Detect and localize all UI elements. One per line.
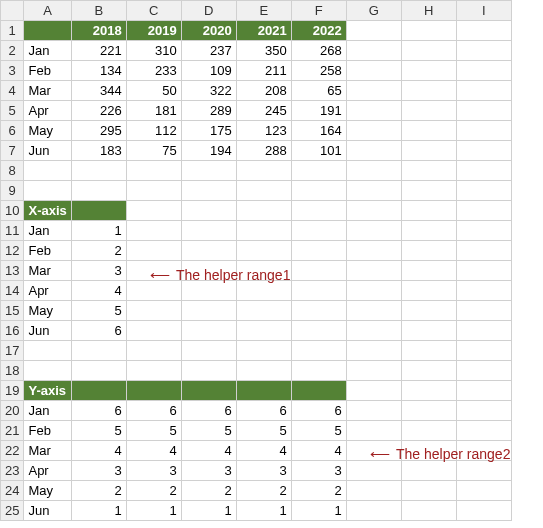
row-header[interactable]: 7 xyxy=(1,141,24,161)
cell[interactable]: 191 xyxy=(291,101,346,121)
cell[interactable]: Jun xyxy=(24,501,71,521)
cell[interactable] xyxy=(456,221,511,241)
cell[interactable] xyxy=(291,361,346,381)
cell[interactable] xyxy=(291,341,346,361)
row-23[interactable]: 23Apr33333 xyxy=(1,461,512,481)
cell[interactable] xyxy=(126,381,181,401)
row-header[interactable]: 25 xyxy=(1,501,24,521)
cell[interactable] xyxy=(346,461,401,481)
cell[interactable]: 211 xyxy=(236,61,291,81)
cell[interactable] xyxy=(181,181,236,201)
cell[interactable]: May xyxy=(24,301,71,321)
cell[interactable]: 5 xyxy=(71,301,126,321)
row-header[interactable]: 6 xyxy=(1,121,24,141)
cell[interactable] xyxy=(126,201,181,221)
cell[interactable]: Mar xyxy=(24,261,71,281)
cell[interactable] xyxy=(346,81,401,101)
row-header[interactable]: 23 xyxy=(1,461,24,481)
row-header[interactable]: 3 xyxy=(1,61,24,81)
cell[interactable] xyxy=(126,281,181,301)
cell[interactable] xyxy=(71,381,126,401)
row-header[interactable]: 1 xyxy=(1,21,24,41)
cell[interactable] xyxy=(401,481,456,501)
cell[interactable] xyxy=(456,401,511,421)
cell[interactable] xyxy=(456,81,511,101)
cell[interactable]: 2 xyxy=(236,481,291,501)
cell[interactable]: 1 xyxy=(181,501,236,521)
cell[interactable] xyxy=(24,341,71,361)
row-10[interactable]: 10 X-axis xyxy=(1,201,512,221)
cell[interactable]: 2019 xyxy=(126,21,181,41)
cell[interactable] xyxy=(24,181,71,201)
cell[interactable]: 6 xyxy=(181,401,236,421)
cell[interactable] xyxy=(71,161,126,181)
row-header[interactable]: 2 xyxy=(1,41,24,61)
cell[interactable] xyxy=(291,321,346,341)
cell[interactable] xyxy=(126,181,181,201)
row-header[interactable]: 9 xyxy=(1,181,24,201)
cell[interactable] xyxy=(401,221,456,241)
spreadsheet-grid[interactable]: A B C D E F G H I 1 2018 2019 2020 2021 … xyxy=(0,0,512,521)
row-19[interactable]: 19 Y-axis xyxy=(1,381,512,401)
cell[interactable]: 2018 xyxy=(71,21,126,41)
cell[interactable]: 2021 xyxy=(236,21,291,41)
cell[interactable]: 245 xyxy=(236,101,291,121)
cell[interactable] xyxy=(401,101,456,121)
cell[interactable] xyxy=(346,261,401,281)
cell[interactable] xyxy=(346,301,401,321)
cell[interactable]: 134 xyxy=(71,61,126,81)
cell[interactable] xyxy=(346,221,401,241)
cell[interactable] xyxy=(291,181,346,201)
cell[interactable] xyxy=(236,361,291,381)
row-header[interactable]: 5 xyxy=(1,101,24,121)
cell[interactable]: Feb xyxy=(24,61,71,81)
cell[interactable] xyxy=(401,421,456,441)
cell[interactable]: 3 xyxy=(236,461,291,481)
cell[interactable]: 6 xyxy=(71,321,126,341)
cell[interactable] xyxy=(456,121,511,141)
cell[interactable]: May xyxy=(24,121,71,141)
cell[interactable] xyxy=(346,141,401,161)
row-header[interactable]: 16 xyxy=(1,321,24,341)
cell[interactable] xyxy=(181,321,236,341)
col-header[interactable]: B xyxy=(71,1,126,21)
cell[interactable] xyxy=(346,121,401,141)
cell[interactable] xyxy=(456,421,511,441)
select-all-corner[interactable] xyxy=(1,1,24,21)
cell[interactable] xyxy=(236,201,291,221)
row-14[interactable]: 14Apr4 xyxy=(1,281,512,301)
cell[interactable] xyxy=(71,181,126,201)
cell[interactable]: 5 xyxy=(126,421,181,441)
cell[interactable]: 4 xyxy=(71,441,126,461)
cell[interactable] xyxy=(401,361,456,381)
cell[interactable]: 2 xyxy=(181,481,236,501)
cell[interactable]: 322 xyxy=(181,81,236,101)
row-header[interactable]: 12 xyxy=(1,241,24,261)
cell[interactable] xyxy=(346,161,401,181)
row-5[interactable]: 5 Apr 226 181 289 245 191 xyxy=(1,101,512,121)
cell[interactable]: 2 xyxy=(71,241,126,261)
col-header[interactable]: G xyxy=(346,1,401,21)
row-6[interactable]: 6 May 295 112 175 123 164 xyxy=(1,121,512,141)
cell[interactable] xyxy=(401,241,456,261)
cell[interactable]: 295 xyxy=(71,121,126,141)
cell[interactable] xyxy=(456,461,511,481)
cell[interactable]: 310 xyxy=(126,41,181,61)
cell[interactable] xyxy=(346,421,401,441)
row-header[interactable]: 17 xyxy=(1,341,24,361)
cell[interactable]: 5 xyxy=(291,421,346,441)
cell[interactable] xyxy=(346,21,401,41)
cell[interactable]: 3 xyxy=(291,461,346,481)
row-11[interactable]: 11Jan1 xyxy=(1,221,512,241)
cell[interactable]: Jan xyxy=(24,41,71,61)
cell[interactable]: 6 xyxy=(291,401,346,421)
cell[interactable] xyxy=(456,321,511,341)
cell[interactable]: 181 xyxy=(126,101,181,121)
cell[interactable]: 123 xyxy=(236,121,291,141)
cell[interactable] xyxy=(236,181,291,201)
cell[interactable]: 2 xyxy=(71,481,126,501)
cell[interactable] xyxy=(456,41,511,61)
cell[interactable] xyxy=(126,221,181,241)
cell[interactable]: 3 xyxy=(181,461,236,481)
cell[interactable]: 1 xyxy=(71,221,126,241)
